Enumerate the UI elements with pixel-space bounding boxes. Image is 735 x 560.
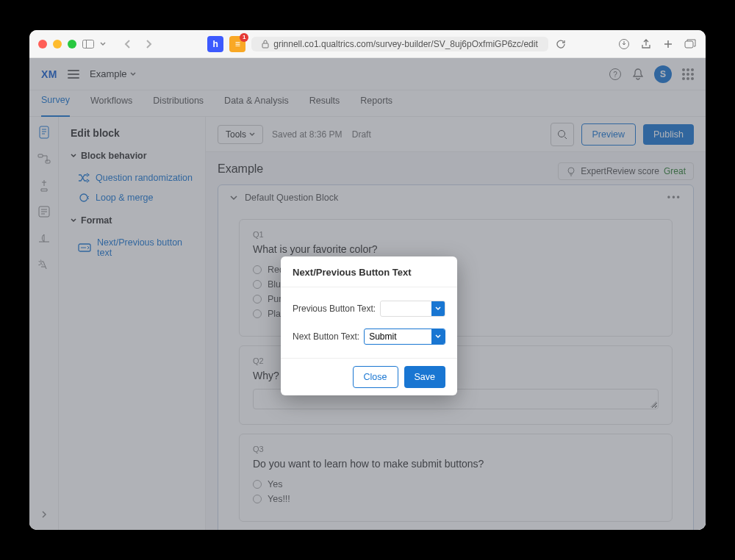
next-button-text-input[interactable] xyxy=(365,330,431,343)
browser-window: h ≡1 grinnell.co1.qualtrics.com/survey-b… xyxy=(29,30,706,530)
maximize-window-button[interactable] xyxy=(68,40,76,49)
extension-badge: 1 xyxy=(240,33,248,42)
download-icon[interactable] xyxy=(617,37,631,51)
next-previous-button-text-dialog: Next/Previous Button Text Previous Butto… xyxy=(281,256,457,395)
tabs-icon[interactable] xyxy=(684,37,697,51)
svg-rect-0 xyxy=(83,40,94,48)
nav-back-button[interactable] xyxy=(119,35,137,53)
previous-button-text-input[interactable] xyxy=(381,302,431,315)
window-controls xyxy=(38,40,76,49)
save-button[interactable]: Save xyxy=(404,366,446,388)
svg-rect-2 xyxy=(262,43,268,48)
nav-forward-button[interactable] xyxy=(140,35,157,53)
chevron-down-icon xyxy=(435,306,441,311)
sidebar-toggle-icon[interactable] xyxy=(82,38,94,50)
previous-button-text-label: Previous Button Text: xyxy=(293,304,376,314)
titlebar: h ≡1 grinnell.co1.qualtrics.com/survey-b… xyxy=(29,30,706,58)
next-button-text-field[interactable] xyxy=(364,329,445,345)
lock-icon xyxy=(262,40,269,49)
close-button[interactable]: Close xyxy=(353,366,398,388)
previous-dropdown-button[interactable] xyxy=(431,301,445,316)
chevron-down-icon xyxy=(435,334,441,339)
url-text: grinnell.co1.qualtrics.com/survey-builde… xyxy=(273,39,538,49)
extension-icon[interactable]: ≡1 xyxy=(229,36,245,52)
extension-honey-icon[interactable]: h xyxy=(207,36,223,52)
url-bar[interactable]: grinnell.co1.qualtrics.com/survey-builde… xyxy=(251,37,548,51)
svg-rect-4 xyxy=(685,41,693,48)
reload-button[interactable] xyxy=(554,37,567,51)
close-window-button[interactable] xyxy=(38,40,47,49)
share-icon[interactable] xyxy=(639,37,653,51)
minimize-window-button[interactable] xyxy=(53,40,62,49)
next-button-text-label: Next Button Text: xyxy=(293,331,359,342)
dialog-title: Next/Previous Button Text xyxy=(281,256,457,287)
app: XM Example ? S Survey Workflows Distribu… xyxy=(29,58,706,530)
new-tab-icon[interactable] xyxy=(662,37,675,51)
previous-button-text-field[interactable] xyxy=(380,301,445,317)
chevron-down-icon[interactable] xyxy=(100,41,106,47)
next-dropdown-button[interactable] xyxy=(431,329,445,344)
